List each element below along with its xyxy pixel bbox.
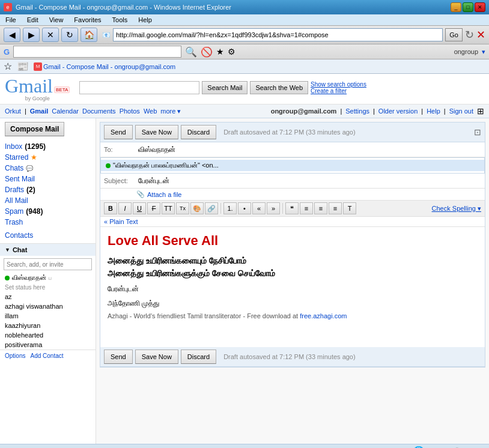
menu-edit[interactable]: Edit — [25, 16, 40, 24]
forward-button[interactable]: ▶ — [23, 28, 40, 42]
plain-text-link[interactable]: « Plain Text — [100, 217, 485, 227]
save-now-button-top[interactable]: Save Now — [135, 125, 178, 139]
strikethrough-button[interactable]: F — [147, 202, 160, 214]
save-now-button-bottom[interactable]: Save Now — [135, 350, 178, 364]
back-button[interactable]: ◀ — [4, 28, 20, 42]
ordered-list-button[interactable]: 1. — [223, 202, 237, 214]
expand-icon[interactable]: ⊡ — [474, 127, 481, 137]
refresh-icon[interactable]: ↻ — [465, 28, 474, 41]
compose-body[interactable]: Love All Serve All அனைத்து உயிரினங்களையு… — [100, 227, 485, 347]
align-left-button[interactable]: ≡ — [300, 202, 313, 214]
subnav-documents[interactable]: Documents — [82, 107, 116, 115]
menu-tools[interactable]: Tools — [111, 16, 130, 24]
chat-contact-illam[interactable]: illam — [0, 311, 96, 321]
address-bar-input[interactable] — [113, 28, 443, 41]
sidebar-item-all[interactable]: All Mail — [0, 195, 96, 206]
sig-link[interactable]: free.azhagi.com — [300, 312, 347, 319]
google-search-input[interactable] — [16, 48, 160, 55]
sidebar-item-drafts[interactable]: Drafts (2) — [0, 184, 96, 195]
search-web-button[interactable]: Search the Web — [250, 81, 308, 94]
italic-button[interactable]: I — [118, 202, 132, 214]
refresh-button[interactable]: ↻ — [61, 28, 78, 42]
compose-mail-button[interactable]: Compose Mail — [5, 122, 64, 136]
chat-contact-noblehearted[interactable]: noblehearted — [0, 330, 96, 340]
sidebar-item-chats[interactable]: Chats 💬 — [0, 163, 96, 174]
chat-contact-azhagi[interactable]: azhagi viswanathan — [0, 301, 96, 311]
show-search-options-link[interactable]: Show search options — [311, 81, 366, 88]
menu-help[interactable]: Help — [136, 16, 154, 24]
window-controls[interactable]: _ □ ✕ — [451, 2, 485, 12]
font-size-button[interactable]: TT — [162, 202, 175, 214]
subnav-calendar[interactable]: Calendar — [52, 107, 79, 115]
check-spelling-button[interactable]: Check Spelling ▾ — [432, 205, 481, 213]
subnav-sign-out[interactable]: Sign out — [449, 107, 473, 115]
menu-view[interactable]: View — [47, 16, 65, 24]
body-heading: Love All Serve All — [108, 233, 478, 249]
minimize-button[interactable]: _ — [451, 2, 461, 12]
blockquote-button[interactable]: ❝ — [285, 202, 299, 214]
close-button[interactable]: ✕ — [475, 2, 485, 12]
settings-icon[interactable]: ⚙ — [228, 47, 235, 56]
maximize-button[interactable]: □ — [463, 2, 473, 12]
align-right-button[interactable]: ≡ — [329, 202, 342, 214]
menu-favorites[interactable]: Favorites — [72, 16, 103, 24]
chat-contact-az[interactable]: az — [0, 292, 96, 301]
subnav-settings[interactable]: Settings — [345, 107, 369, 115]
indent-button[interactable]: » — [267, 202, 280, 214]
color-button[interactable]: 🎨 — [190, 202, 204, 214]
add-contact-link[interactable]: Add Contact — [30, 353, 63, 359]
sidebar-item-spam[interactable]: Spam (948) — [0, 206, 96, 217]
search-icon[interactable]: 🔍 — [185, 46, 197, 58]
link-button[interactable]: 🔗 — [205, 202, 218, 214]
bookmark-star-icon[interactable]: ☆ — [4, 61, 12, 72]
bold-button[interactable]: B — [104, 202, 117, 214]
send-button-top[interactable]: Send — [104, 125, 133, 139]
chat-options-link[interactable]: Options — [5, 353, 25, 359]
chat-user-viswanathan[interactable]: விஸ்வநாதன் ப — [0, 273, 96, 283]
chat-status-area[interactable]: Set status here — [0, 283, 96, 292]
font-style-button[interactable]: Tx — [176, 202, 189, 214]
chat-contact-positiverama[interactable]: positiverama — [0, 340, 96, 350]
go-button[interactable]: Go — [445, 28, 463, 41]
underline-button[interactable]: U — [133, 202, 146, 214]
sidebar-toggle-icon[interactable]: ⊞ — [477, 106, 484, 116]
sidebar-item-inbox[interactable]: Inbox (1295) — [0, 141, 96, 152]
unordered-list-button[interactable]: • — [238, 202, 251, 214]
sidebar-item-trash[interactable]: Trash — [0, 217, 96, 228]
stop-small-icon[interactable]: 🚫 — [201, 46, 213, 58]
autocomplete-item-viswanathan[interactable]: "விஸ்வநாதன் பாலசுப்ரமணியன்" <on... — [101, 160, 484, 171]
attach-row[interactable]: 📎 Attach a file — [100, 189, 485, 201]
subnav-photos[interactable]: Photos — [120, 107, 140, 115]
outdent-button[interactable]: « — [252, 202, 266, 214]
remove-format-button[interactable]: T — [343, 202, 356, 214]
bookmark-icon[interactable]: ★ — [216, 47, 224, 56]
subnav-orkut[interactable]: Orkut — [5, 107, 21, 115]
to-input[interactable] — [137, 144, 481, 155]
chat-contact-kaazhiyuran[interactable]: kaazhiyuran — [0, 321, 96, 330]
stop-icon[interactable]: ✕ — [476, 28, 485, 41]
create-filter-link[interactable]: Create a filter — [311, 88, 366, 94]
send-button-bottom[interactable]: Send — [104, 350, 133, 364]
subject-input[interactable] — [137, 175, 481, 186]
search-mail-button[interactable]: Search Mail — [202, 81, 248, 94]
subnav-more[interactable]: more ▾ — [160, 107, 181, 115]
sidebar-item-sent[interactable]: Sent Mail — [0, 174, 96, 184]
bookmark-gmail[interactable]: M Gmail - Compose Mail - ongroup@gmail.c… — [34, 62, 175, 71]
subnav-gmail[interactable]: Gmail — [30, 107, 49, 115]
toolbar-user-btn[interactable]: ▾ — [482, 48, 485, 56]
rss-icon[interactable]: 📰 — [17, 61, 29, 72]
subnav-older-version[interactable]: Older version — [378, 107, 418, 115]
stop-button[interactable]: ✕ — [42, 28, 59, 42]
sidebar-item-contacts[interactable]: Contacts — [0, 230, 96, 241]
discard-button-bottom[interactable]: Discard — [181, 350, 216, 364]
subnav-help[interactable]: Help — [427, 107, 440, 115]
align-center-button[interactable]: ≡ — [314, 202, 327, 214]
home-button[interactable]: 🏠 — [80, 28, 97, 42]
discard-button-top[interactable]: Discard — [181, 125, 216, 139]
gmail-search-input[interactable] — [79, 81, 199, 94]
chat-search-input[interactable] — [4, 258, 92, 270]
subnav-web[interactable]: Web — [144, 107, 157, 115]
chat-header[interactable]: ▼ Chat — [0, 244, 96, 256]
menu-file[interactable]: File — [4, 16, 18, 24]
sidebar-item-starred[interactable]: Starred ★ — [0, 152, 96, 163]
